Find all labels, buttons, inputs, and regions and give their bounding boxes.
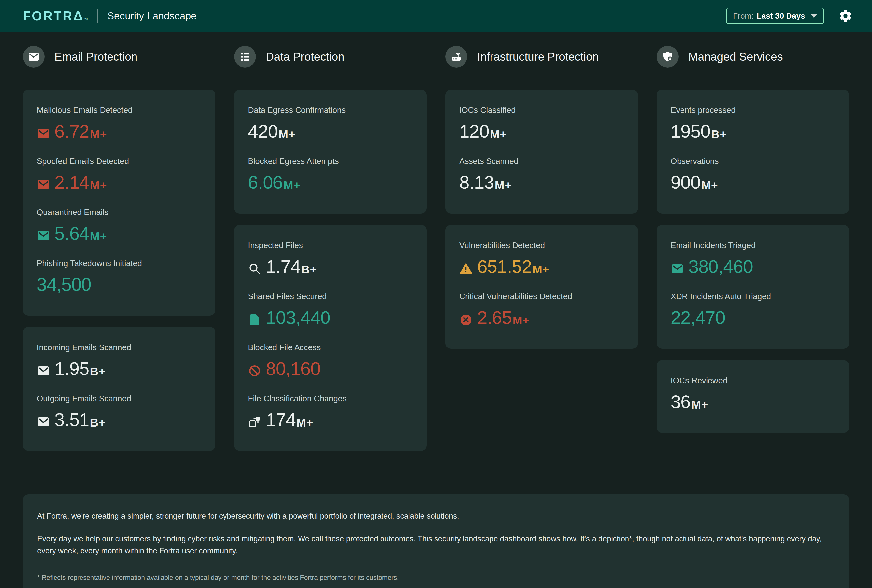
- metric: Observations 900 M+: [671, 156, 835, 192]
- search-icon: [248, 260, 261, 273]
- header-divider: [98, 9, 98, 22]
- metric-number: 120: [459, 122, 489, 141]
- caret-down-icon: [810, 14, 817, 18]
- column-email-protection: Email Protection Malicious Emails Detect…: [23, 42, 215, 462]
- metric: Phishing Takedowns Initiated 34,500: [37, 259, 201, 294]
- router-icon: [446, 46, 467, 68]
- envelope-icon: [37, 362, 50, 375]
- metric: Blocked Egress Attempts 6.06 M+: [248, 156, 413, 192]
- envelope-icon: [671, 260, 684, 273]
- metric: Spoofed Emails Detected 2.14 M+: [37, 156, 201, 192]
- metric-label: Spoofed Emails Detected: [37, 156, 201, 166]
- metric-value: 2.65 M+: [459, 309, 624, 327]
- metric-number: 651.52: [477, 258, 531, 276]
- settings-gear-icon[interactable]: [838, 9, 852, 23]
- metric-label: IOCs Reviewed: [671, 376, 835, 386]
- metric-number: 1.74: [266, 258, 300, 276]
- metric: Events processed 1950 B+: [671, 105, 835, 141]
- metric-label: Assets Scanned: [459, 156, 624, 166]
- metric-label: Observations: [671, 156, 835, 166]
- metric: Assets Scanned 8.13 M+: [459, 156, 624, 192]
- metric-label: Email Incidents Triaged: [671, 241, 835, 250]
- metric-value: 8.13 M+: [459, 173, 624, 192]
- metric-number: 103,440: [266, 309, 330, 327]
- envelope-icon: [37, 125, 50, 138]
- metric-value: 1950 B+: [671, 122, 835, 141]
- section-header-managed: Managed Services: [657, 46, 849, 68]
- date-range-value: Last 30 Days: [756, 11, 805, 21]
- metric-card: Incoming Emails Scanned 1.95 B+ Outgoing…: [23, 327, 215, 451]
- envelope-icon: [23, 46, 45, 68]
- metric-value: 1.74 B+: [248, 258, 413, 276]
- metric: Critical Vulnerabilities Detected 2.65 M…: [459, 292, 624, 327]
- metric-value: 6.06 M+: [248, 173, 413, 192]
- shield-icon: [657, 46, 678, 68]
- metric-value: 2.14 M+: [37, 173, 201, 192]
- metric-value: 6.72 M+: [37, 122, 201, 141]
- metric-number: 3.51: [54, 411, 89, 429]
- metric-number: 6.06: [248, 173, 283, 192]
- metric: Vulnerabilities Detected 651.52 M+: [459, 241, 624, 276]
- metric-suffix: M+: [90, 179, 107, 192]
- metric-suffix: M+: [284, 179, 300, 192]
- warning-triangle-icon: [459, 260, 473, 273]
- metric-number: 174: [266, 411, 296, 429]
- metric-value: 22,470: [671, 309, 835, 327]
- metric-label: Blocked File Access: [248, 343, 413, 352]
- metric-number: 2.14: [54, 173, 89, 192]
- column-infrastructure-protection: Infrastructure Protection IOCs Classifie…: [446, 42, 638, 462]
- metric-card: Vulnerabilities Detected 651.52 M+ Criti…: [446, 225, 638, 349]
- metric-suffix: B+: [711, 128, 727, 141]
- metric-card: Email Incidents Triaged 380,460 XDR Inci…: [657, 225, 849, 349]
- metric-card: IOCs Classified 120 M+ Assets Scanned 8.…: [446, 90, 638, 213]
- metric-label: Critical Vulnerabilities Detected: [459, 292, 624, 301]
- date-range-prefix: From:: [733, 11, 754, 21]
- metric-suffix: M+: [532, 264, 549, 276]
- columns-grid: Email Protection Malicious Emails Detect…: [23, 42, 849, 462]
- top-header-bar: FORTRΔ ™ Security Landscape From: Last 3…: [0, 0, 872, 32]
- page-title: Security Landscape: [107, 10, 197, 21]
- dashboard-main: Email Protection Malicious Emails Detect…: [0, 32, 872, 588]
- metric: Shared Files Secured 103,440: [248, 292, 413, 327]
- metric-label: IOCs Classified: [459, 105, 624, 115]
- metric-value: 3.51 B+: [37, 411, 201, 429]
- copy-stack-icon: [248, 413, 261, 426]
- section-title: Managed Services: [689, 50, 783, 63]
- section-header-email: Email Protection: [23, 46, 215, 68]
- metric-label: Shared Files Secured: [248, 292, 413, 301]
- section-header-data: Data Protection: [234, 46, 426, 68]
- metric-value: 900 M+: [671, 173, 835, 192]
- metric-suffix: M+: [701, 179, 718, 192]
- metric-label: Malicious Emails Detected: [37, 105, 201, 115]
- column-managed-services: Managed Services Events processed 1950 B…: [657, 42, 849, 462]
- metric-number: 1950: [671, 122, 710, 141]
- section-title: Infrastructure Protection: [477, 50, 599, 63]
- footnote: * Reflects representative information av…: [37, 573, 835, 583]
- date-range-dropdown[interactable]: From: Last 30 Days: [726, 8, 824, 24]
- metric-value: 34,500: [37, 275, 201, 294]
- metric-number: 420: [248, 122, 278, 141]
- metric-suffix: B+: [90, 417, 105, 429]
- metric-number: 2.65: [477, 309, 512, 327]
- metric-card: Events processed 1950 B+ Observations 90…: [657, 90, 849, 213]
- fortra-logo: FORTRΔ ™: [23, 9, 88, 22]
- metric-suffix: M+: [490, 128, 507, 141]
- metric-number: 8.13: [459, 173, 494, 192]
- metric: XDR Incidents Auto Triaged 22,470: [671, 292, 835, 327]
- metric-label: Incoming Emails Scanned: [37, 343, 201, 352]
- about-card: At Fortra, we're creating a simpler, str…: [23, 494, 849, 588]
- envelope-icon: [37, 227, 50, 240]
- metric-label: Vulnerabilities Detected: [459, 241, 624, 250]
- metric-value: 1.95 B+: [37, 360, 201, 378]
- metric-suffix: M+: [691, 399, 708, 411]
- metric-label: Phishing Takedowns Initiated: [37, 259, 201, 268]
- document-icon: [248, 311, 261, 324]
- metric-number: 5.64: [54, 224, 89, 243]
- metric-value: 5.64 M+: [37, 224, 201, 243]
- metric-card: Inspected Files 1.74 B+ Shared Files Sec…: [234, 225, 426, 451]
- list-icon: [234, 46, 256, 68]
- metric-value: 36 M+: [671, 393, 835, 411]
- metric-label: Data Egress Confirmations: [248, 105, 413, 115]
- metric-label: Outgoing Emails Scanned: [37, 394, 201, 403]
- metric-suffix: M+: [513, 315, 530, 327]
